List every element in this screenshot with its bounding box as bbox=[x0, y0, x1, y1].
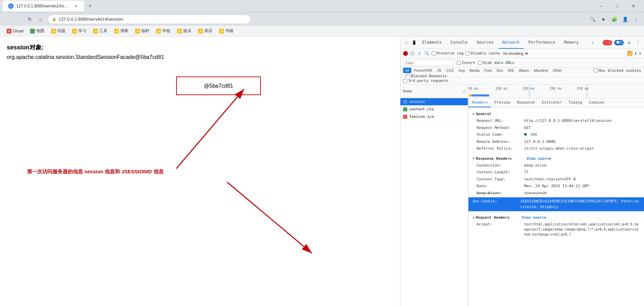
details-panel: Headers Preview Response Initiator Timin… bbox=[468, 98, 644, 306]
bookmark-icon[interactable]: ★ bbox=[599, 15, 607, 23]
name-col-label: Name bbox=[403, 89, 412, 93]
timeline-vline bbox=[529, 85, 529, 98]
tab-network[interactable]: Network bbox=[498, 37, 524, 49]
request-headers-section-header[interactable]: Request Headers View source bbox=[473, 214, 640, 221]
connection-val: keep-alive bbox=[524, 163, 546, 169]
marker-200ms: 200 ms bbox=[549, 87, 562, 90]
throttle-select[interactable]: No throttling bbox=[502, 51, 529, 56]
filter-fetch-xhr[interactable]: Fetch/XHR bbox=[412, 68, 434, 73]
filter-icon[interactable]: ▽ bbox=[417, 51, 422, 56]
accept-val: text/html,application/xhtml+xml,applicat… bbox=[524, 222, 640, 237]
home-button[interactable]: ⌂ bbox=[37, 15, 45, 23]
hide-data-urls-checkbox[interactable]: Hide data URLs bbox=[478, 61, 515, 65]
keep-alive-val: timeout=20 bbox=[524, 191, 546, 196]
set-cookie-val: JSESSIONID=A19368E21E10B742BE2FD632FC7AF… bbox=[520, 199, 640, 210]
request-favicon[interactable]: □ favicon.ico bbox=[400, 113, 468, 121]
bookmark-gmail[interactable]: G Gmail bbox=[4, 27, 26, 35]
device-toolbar-icon[interactable]: 📱 bbox=[411, 39, 417, 46]
xuexi-icon: 📁 bbox=[72, 29, 77, 34]
extensions-icon[interactable]: 🧩 bbox=[610, 15, 618, 23]
filter-all[interactable]: All bbox=[403, 68, 411, 73]
cookies-tab[interactable]: Cookies bbox=[585, 98, 608, 107]
bookmark-linshi[interactable]: 📁 临时 bbox=[132, 27, 152, 35]
record-button[interactable] bbox=[403, 51, 408, 56]
bookmark-xuexi[interactable]: 📁 学习 bbox=[69, 27, 89, 35]
url-bar[interactable]: 🔒 127.0.0.1:8080/servlet14/session bbox=[47, 15, 251, 24]
filter-wasm[interactable]: Wasm bbox=[517, 68, 531, 73]
invert-checkbox[interactable]: Invert bbox=[457, 61, 475, 65]
tab-sources[interactable]: Sources bbox=[472, 37, 498, 49]
bookmark-maps[interactable]: 📍 地图 bbox=[27, 27, 47, 35]
bookmark-boke-label: 博客 bbox=[120, 28, 128, 34]
disable-cache-checkbox[interactable]: Disable cache bbox=[465, 51, 500, 56]
response-view-source[interactable]: View source bbox=[526, 156, 551, 161]
bookmark-xuexiao[interactable]: 📁 学校 bbox=[153, 27, 173, 35]
initiator-tab[interactable]: Initiator bbox=[538, 98, 565, 107]
filter-ws[interactable]: WS bbox=[506, 68, 516, 73]
tab-console[interactable]: Console bbox=[446, 37, 472, 49]
bookmark-yule[interactable]: 📁 娱乐 bbox=[174, 27, 194, 35]
filter-js[interactable]: JS bbox=[435, 68, 443, 73]
bookmark-gongju[interactable]: 📁 工具 bbox=[90, 27, 110, 35]
yule-icon: 📁 bbox=[177, 29, 182, 34]
headers-tab[interactable]: Headers bbox=[469, 98, 491, 107]
filter-media[interactable]: Media bbox=[468, 68, 482, 73]
profile-icon[interactable]: 👤 bbox=[621, 15, 629, 23]
request-view-source[interactable]: View source bbox=[522, 215, 546, 220]
menu-icon[interactable]: ⋮ bbox=[632, 15, 640, 23]
forward-button[interactable]: → bbox=[15, 15, 23, 23]
bookmark-wenti-label: 问题 bbox=[57, 28, 65, 34]
has-blocked-cookies-checkbox[interactable]: Has blocked cookies bbox=[594, 68, 641, 73]
request-url-val: http://127.0.0.1:8080/servlet14/session bbox=[524, 118, 611, 124]
response-headers-section-header[interactable]: Response Headers View source bbox=[473, 155, 640, 162]
connection-row: Connection: keep-alive bbox=[473, 162, 640, 169]
timing-tab[interactable]: Timing bbox=[565, 98, 585, 107]
response-tab[interactable]: Response bbox=[514, 98, 538, 107]
marker-50ms: 50 ms bbox=[468, 87, 478, 90]
tab-elements[interactable]: Elements bbox=[418, 37, 446, 49]
preserve-log-checkbox[interactable]: Preserve log bbox=[432, 51, 463, 56]
refresh-button[interactable]: ↻ bbox=[26, 15, 34, 23]
search-network-icon[interactable]: 🔍 bbox=[424, 51, 430, 56]
general-section-header[interactable]: General bbox=[473, 110, 640, 117]
request-content-css[interactable]: ✓ content.css bbox=[400, 106, 468, 113]
minimize-button[interactable]: – bbox=[593, 0, 609, 12]
filter-other[interactable]: Other bbox=[550, 68, 564, 73]
back-button[interactable]: ← bbox=[4, 15, 12, 23]
more-tabs-button[interactable]: » bbox=[589, 40, 597, 45]
referrer-row: Referrer Policy: strict-origin-when-cros… bbox=[473, 145, 640, 152]
search-icon[interactable]: 🔍 bbox=[588, 15, 597, 23]
bookmark-yule-label: 娱乐 bbox=[183, 28, 191, 34]
bookmark-gongju-label: 工具 bbox=[99, 28, 107, 34]
tab-performance[interactable]: Performance bbox=[524, 37, 559, 49]
third-party-checkbox[interactable]: 3rd-party requests bbox=[403, 79, 449, 83]
close-details-icon[interactable]: ✕ bbox=[463, 89, 465, 93]
bookmark-yingyu[interactable]: 📁 英语 bbox=[195, 27, 215, 35]
close-button[interactable]: ✕ bbox=[626, 0, 641, 12]
filter-input[interactable] bbox=[403, 60, 454, 66]
lock-icon: 🔒 bbox=[52, 17, 57, 21]
bookmark-shujing[interactable]: 📁 书籍 bbox=[216, 27, 236, 35]
filter-css[interactable]: CSS bbox=[444, 68, 456, 73]
inspect-element-icon[interactable]: ⬚ bbox=[403, 39, 410, 46]
tab-title: 127.0.0.1:8080/servlet14/sessi... bbox=[16, 4, 70, 8]
highlight-box: @5ba7cd81 bbox=[176, 76, 261, 95]
bookmark-wenti[interactable]: 📁 问题 bbox=[48, 27, 68, 35]
svg-line-3 bbox=[227, 182, 312, 253]
preview-tab[interactable]: Preview bbox=[491, 98, 513, 107]
maximize-button[interactable]: □ bbox=[609, 0, 625, 12]
settings-icon[interactable]: ⚙ bbox=[626, 39, 632, 46]
tab-close-button[interactable]: ✕ bbox=[73, 3, 79, 9]
filter-img[interactable]: Img bbox=[457, 68, 467, 73]
wifi-icon: 📶 bbox=[627, 51, 632, 56]
filter-manifest[interactable]: Manifest bbox=[532, 68, 550, 73]
stop-button[interactable]: ⊘ bbox=[410, 51, 415, 56]
filter-font[interactable]: Font bbox=[482, 68, 494, 73]
more-options-icon[interactable]: ⋮ bbox=[635, 39, 641, 46]
request-session[interactable]: □ session bbox=[400, 98, 468, 106]
new-tab-button[interactable]: + bbox=[85, 1, 95, 11]
active-tab[interactable]: ⊙ 127.0.0.1:8080/servlet14/sessi... ✕ bbox=[3, 1, 84, 12]
bookmark-boke[interactable]: 📁 博客 bbox=[111, 27, 131, 35]
filter-doc[interactable]: Doc bbox=[495, 68, 505, 73]
tab-memory[interactable]: Memory bbox=[560, 37, 583, 49]
